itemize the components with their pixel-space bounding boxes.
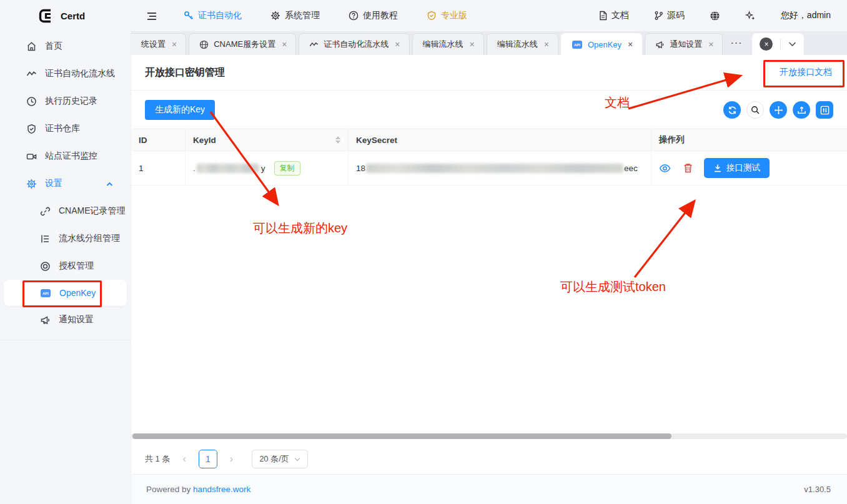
sidebar-item-history[interactable]: 执行历史记录 <box>4 87 127 115</box>
trash-icon <box>683 163 693 173</box>
megaphone-icon <box>40 315 51 325</box>
source-code-link[interactable]: 源码 <box>654 10 685 21</box>
scrollbar-thumb[interactable] <box>132 433 671 439</box>
column-header-keyid[interactable]: KeyId <box>186 129 349 151</box>
export-button[interactable] <box>793 101 810 119</box>
sidebar-item-label: 通知设置 <box>59 314 94 325</box>
pulse-line-icon <box>309 40 319 49</box>
link-icon <box>40 206 51 217</box>
refresh-button[interactable] <box>723 101 741 119</box>
toolbar-icons <box>723 101 833 119</box>
header-right: 文档 源码 您好，admin <box>598 10 847 21</box>
sidebar-item-label: 流水线分组管理 <box>59 233 120 244</box>
tab-edit-pipeline-2[interactable]: 编辑流水线 × <box>487 33 558 55</box>
tab-cname-service[interactable]: CNAME服务设置 × <box>189 33 296 55</box>
sidebar-item-site-monitor[interactable]: 站点证书监控 <box>4 142 127 170</box>
page-title: 开放接口密钥管理 <box>145 66 225 79</box>
user-greeting[interactable]: 您好，admin <box>781 10 831 21</box>
tab-system-settings-partial[interactable]: 统设置 × <box>131 33 186 55</box>
tab-cert-pipelines[interactable]: 证书自动化流水线 × <box>299 33 409 55</box>
sidebar-item-home[interactable]: 首页 <box>4 32 127 60</box>
page-size-value: 20 条/页 <box>259 453 289 465</box>
language-globe-icon[interactable] <box>710 10 720 21</box>
copy-button[interactable]: 复制 <box>274 161 300 175</box>
tab-label: 编辑流水线 <box>497 39 538 50</box>
view-button[interactable] <box>659 164 671 173</box>
close-icon[interactable]: × <box>280 39 288 49</box>
sort-icon[interactable] <box>335 136 340 144</box>
ai-sparkles-icon[interactable] <box>745 10 756 21</box>
prev-page-button[interactable]: ‹ <box>179 453 189 465</box>
nav-pro-edition[interactable]: 专业版 <box>427 10 467 21</box>
nav-label: 系统管理 <box>285 10 320 21</box>
column-settings-button[interactable] <box>816 101 833 119</box>
content-footer: Powered by handsfree.work v1.30.5 <box>131 474 847 504</box>
horizontal-scrollbar[interactable] <box>131 433 847 439</box>
tab-label: 证书自动化流水线 <box>324 39 389 50</box>
target-icon <box>40 261 51 272</box>
close-icon[interactable]: × <box>707 39 715 49</box>
nav-system-admin[interactable]: 系统管理 <box>270 10 320 21</box>
nav-label: 使用教程 <box>363 10 398 21</box>
tab-edit-pipeline-1[interactable]: 编辑流水线 × <box>412 33 484 55</box>
sidebar-item-pipeline-groups[interactable]: 流水线分组管理 <box>4 225 127 252</box>
delete-button[interactable] <box>683 163 693 173</box>
sidebar-item-openkey[interactable]: API OpenKey <box>4 280 127 306</box>
sidebar-item-cname-records[interactable]: CNAME记录管理 <box>4 197 127 225</box>
tab-controls: × <box>752 33 804 55</box>
open-api-doc-link[interactable]: 开放接口文档 <box>780 67 832 78</box>
chevron-down-icon[interactable] <box>781 41 804 47</box>
export-icon <box>797 106 806 115</box>
close-icon[interactable]: × <box>394 39 401 49</box>
sliders-icon <box>820 106 830 115</box>
page-number-button[interactable]: 1 <box>199 450 217 468</box>
sidebar: 首页 证书自动化流水线 执行历史记录 证书仓库 站点证书监控 设置 CNAME <box>0 31 131 504</box>
brand[interactable]: Certd <box>0 7 131 24</box>
header-nav: 证书自动化 系统管理 使用教程 专业版 <box>184 10 467 21</box>
handsfree-link[interactable]: handsfree.work <box>193 485 250 494</box>
nav-cert-automation[interactable]: 证书自动化 <box>184 10 242 21</box>
more-tabs-icon[interactable]: ··· <box>730 37 742 49</box>
globe-icon <box>199 40 209 49</box>
svg-text:API: API <box>574 43 580 47</box>
close-icon[interactable]: × <box>171 39 178 49</box>
sidebar-item-cert-store[interactable]: 证书仓库 <box>4 115 127 142</box>
close-icon[interactable]: × <box>627 39 634 49</box>
table-header: ID KeyId KeySecret 操作列 <box>131 129 847 151</box>
cell-keysecret: 18 eec <box>349 151 651 185</box>
tab-openkey[interactable]: API OpenKey × <box>561 33 642 55</box>
sidebar-item-auth-manage[interactable]: 授权管理 <box>4 252 127 280</box>
list-group-icon <box>40 234 51 244</box>
cell-actions: 接口测试 <box>651 151 847 185</box>
document-icon <box>598 11 608 21</box>
tab-notifications[interactable]: 通知设置 × <box>645 33 723 55</box>
eye-icon <box>659 164 671 173</box>
tab-label: 编辑流水线 <box>423 39 463 50</box>
close-icon[interactable]: × <box>543 39 550 49</box>
search-toggle-button[interactable] <box>746 101 764 119</box>
column-header-keysecret: KeySecret <box>349 129 651 151</box>
download-arrow-icon <box>713 164 722 172</box>
close-icon[interactable]: × <box>468 39 476 49</box>
refresh-icon <box>728 106 737 115</box>
compact-mode-button[interactable] <box>770 101 787 119</box>
close-all-tabs-icon[interactable]: × <box>760 37 773 51</box>
sidebar-item-settings[interactable]: 设置 <box>4 170 127 197</box>
generate-key-button[interactable]: 生成新的Key <box>145 100 215 120</box>
sidebar-collapse-icon[interactable] <box>146 10 157 21</box>
search-icon <box>751 106 760 114</box>
docs-label: 文档 <box>612 10 629 21</box>
api-test-button[interactable]: 接口测试 <box>704 158 770 178</box>
secret-prefix: 18 <box>356 164 365 173</box>
nav-tutorial[interactable]: 使用教程 <box>349 10 398 21</box>
sidebar-item-pipelines[interactable]: 证书自动化流水线 <box>4 60 127 87</box>
page-size-select[interactable]: 20 条/页 <box>252 450 308 468</box>
cell-id: 1 <box>131 151 186 185</box>
git-branch-icon <box>654 11 663 21</box>
next-page-button[interactable]: › <box>226 453 237 465</box>
sidebar-item-notifications[interactable]: 通知设置 <box>4 306 127 334</box>
secret-suffix: eec <box>624 164 638 173</box>
sidebar-menu: 首页 证书自动化流水线 执行历史记录 证书仓库 站点证书监控 设置 CNAME <box>0 31 131 340</box>
docs-link[interactable]: 文档 <box>598 10 629 21</box>
gear-icon <box>26 179 37 189</box>
